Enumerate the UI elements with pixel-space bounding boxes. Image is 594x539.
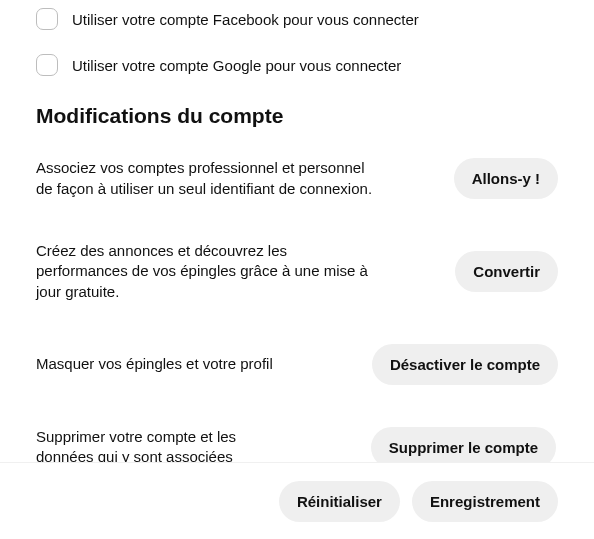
save-button[interactable]: Enregistrement: [412, 481, 558, 522]
link-accounts-button[interactable]: Allons-y !: [454, 158, 558, 199]
convert-row: Créez des annonces et découvrez les perf…: [36, 241, 558, 302]
google-checkbox[interactable]: [36, 54, 58, 76]
link-accounts-row: Associez vos comptes professionnel et pe…: [36, 158, 558, 199]
settings-panel: Utiliser votre compte Facebook pour vous…: [0, 8, 594, 468]
link-accounts-desc: Associez vos comptes professionnel et pe…: [36, 158, 376, 199]
footer: Réinitialiser Enregistrement: [0, 463, 594, 539]
google-login-option: Utiliser votre compte Google pour vous c…: [36, 54, 558, 76]
facebook-checkbox[interactable]: [36, 8, 58, 30]
facebook-label: Utiliser votre compte Facebook pour vous…: [72, 11, 419, 28]
convert-desc: Créez des annonces et découvrez les perf…: [36, 241, 376, 302]
facebook-login-option: Utiliser votre compte Facebook pour vous…: [36, 8, 558, 30]
section-title: Modifications du compte: [36, 104, 558, 128]
deactivate-row: Masquer vos épingles et votre profil Dés…: [36, 344, 558, 385]
deactivate-desc: Masquer vos épingles et votre profil: [36, 354, 352, 374]
google-label: Utiliser votre compte Google pour vous c…: [72, 57, 401, 74]
convert-button[interactable]: Convertir: [455, 251, 558, 292]
reset-button[interactable]: Réinitialiser: [279, 481, 400, 522]
deactivate-button[interactable]: Désactiver le compte: [372, 344, 558, 385]
